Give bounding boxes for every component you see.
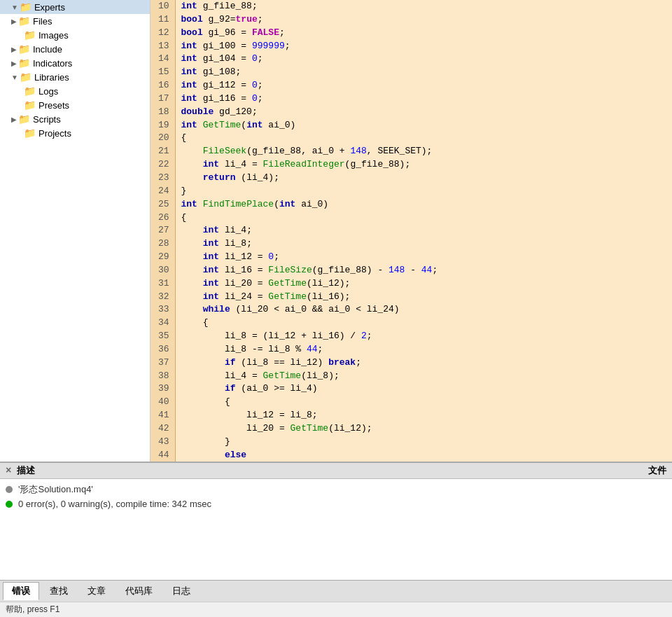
line-code[interactable]: double gd_120; [175, 106, 672, 119]
line-code[interactable]: FileSeek(g_file_88, ai_0 + 148, SEEK_SET… [175, 145, 672, 158]
code-editor[interactable]: 10int g_file_88;11bool g_92=true;12bool … [150, 0, 672, 462]
folder-icon: 📁 [18, 113, 30, 125]
line-code[interactable]: { [175, 212, 672, 225]
table-row: 21 FileSeek(g_file_88, ai_0 + 148, SEEK_… [150, 145, 672, 158]
line-number: 33 [150, 303, 175, 317]
line-code[interactable]: return (li_4); [175, 172, 672, 185]
table-row: 39 if (ai_0 >= li_4) [150, 382, 672, 396]
sidebar-item-libraries[interactable]: ▼📁Libraries [0, 70, 150, 84]
line-number: 16 [150, 79, 175, 92]
line-code[interactable]: int li_20 = GetTime(li_12); [175, 277, 672, 291]
line-code[interactable]: int gi_116 = 0; [175, 92, 672, 106]
sidebar-item-presets[interactable]: 📁Presets [0, 98, 150, 112]
table-row: 27 int li_4; [150, 224, 672, 237]
line-code[interactable]: int gi_112 = 0; [175, 79, 672, 92]
line-number: 26 [150, 212, 175, 225]
folder-icon: 📁 [20, 1, 31, 13]
tab-文章[interactable]: 文章 [78, 582, 115, 600]
line-number: 22 [150, 158, 175, 172]
sidebar-item-label: Scripts [33, 114, 61, 125]
line-number: 13 [150, 40, 175, 53]
line-number: 15 [150, 66, 175, 79]
line-number: 14 [150, 53, 175, 66]
line-number: 17 [150, 92, 175, 106]
sidebar-item-label: Logs [38, 86, 58, 97]
sidebar-item-label: Experts [34, 2, 65, 13]
sidebar-item-experts[interactable]: ▼📁Experts [0, 0, 150, 14]
line-number: 23 [150, 172, 175, 185]
bottom-header: × 描述 文件 [0, 463, 672, 479]
tab-代码库[interactable]: 代码库 [116, 582, 162, 600]
line-code[interactable]: int li_8; [175, 237, 672, 251]
line-code[interactable]: int GetTime(int ai_0) [175, 119, 672, 132]
sidebar-item-label: Include [33, 44, 62, 55]
line-code[interactable]: else [175, 449, 672, 462]
line-code[interactable]: if (li_8 == li_12) break; [175, 356, 672, 370]
line-number: 32 [150, 291, 175, 304]
line-number: 11 [150, 13, 175, 27]
line-code[interactable]: { [175, 317, 672, 330]
log-row: '形态Solution.mq4' [6, 482, 666, 497]
line-code[interactable]: int li_24 = GetTime(li_16); [175, 291, 672, 304]
line-code[interactable]: li_12 = li_8; [175, 409, 672, 422]
sidebar: ▼📁Experts▶📁Files📁Images▶📁Include▶📁Indica… [0, 0, 150, 462]
line-code[interactable]: if (ai_0 >= li_4) [175, 382, 672, 396]
line-code[interactable]: int gi_104 = 0; [175, 53, 672, 66]
line-code[interactable]: int li_4 = FileReadInteger(g_file_88); [175, 158, 672, 172]
line-code[interactable]: li_8 -= li_8 % 44; [175, 343, 672, 356]
line-number: 28 [150, 237, 175, 251]
table-row: 14int gi_104 = 0; [150, 53, 672, 66]
line-number: 19 [150, 119, 175, 132]
line-number: 34 [150, 317, 175, 330]
line-code[interactable]: int li_16 = FileSize(g_file_88) - 148 - … [175, 264, 672, 277]
tab-错误[interactable]: 错误 [3, 582, 39, 600]
folder-icon: 📁 [24, 29, 36, 41]
status-text: 帮助, press F1 [6, 604, 59, 614]
sidebar-item-projects[interactable]: 📁Projects [0, 126, 150, 140]
sidebar-item-scripts[interactable]: ▶📁Scripts [0, 112, 150, 126]
line-code[interactable]: li_4 = GetTime(li_8); [175, 370, 672, 383]
expand-arrow-icon: ▼ [11, 4, 18, 11]
sidebar-item-include[interactable]: ▶📁Include [0, 42, 150, 56]
line-code[interactable]: li_20 = GetTime(li_12); [175, 422, 672, 436]
line-code[interactable]: } [175, 185, 672, 198]
expand-arrow-icon: ▶ [11, 18, 17, 25]
table-row: 18double gd_120; [150, 106, 672, 119]
line-number: 29 [150, 251, 175, 264]
line-code[interactable]: int li_12 = 0; [175, 251, 672, 264]
sidebar-item-files[interactable]: ▶📁Files [0, 14, 150, 28]
line-code[interactable]: int gi_100 = 999999; [175, 40, 672, 53]
close-button[interactable]: × [6, 465, 11, 476]
line-number: 12 [150, 27, 175, 40]
line-number: 24 [150, 185, 175, 198]
sidebar-item-label: Projects [38, 128, 71, 139]
table-row: 32 int li_24 = GetTime(li_16); [150, 291, 672, 304]
tab-查找[interactable]: 查找 [41, 582, 77, 600]
sidebar-item-logs[interactable]: 📁Logs [0, 84, 150, 98]
line-code[interactable]: int FindTimePlace(int ai_0) [175, 198, 672, 212]
line-code[interactable]: li_8 = (li_12 + li_16) / 2; [175, 330, 672, 343]
line-code[interactable]: while (li_20 < ai_0 && ai_0 < li_24) [175, 303, 672, 317]
table-row: 22 int li_4 = FileReadInteger(g_file_88)… [150, 158, 672, 172]
sidebar-item-indicators[interactable]: ▶📁Indicators [0, 56, 150, 70]
bottom-log: '形态Solution.mq4'0 error(s), 0 warning(s)… [0, 479, 672, 580]
sidebar-item-images[interactable]: 📁Images [0, 28, 150, 42]
line-code[interactable]: { [175, 396, 672, 409]
line-number: 38 [150, 370, 175, 383]
line-code[interactable]: { [175, 132, 672, 145]
table-row: 28 int li_8; [150, 237, 672, 251]
folder-icon: 📁 [24, 127, 36, 139]
line-code[interactable]: int li_4; [175, 224, 672, 237]
tab-bar: 错误查找文章代码库日志 [0, 580, 672, 602]
expand-arrow-icon: ▶ [11, 46, 17, 53]
tab-日志[interactable]: 日志 [163, 582, 200, 600]
line-code[interactable]: int gi_108; [175, 66, 672, 79]
line-code[interactable]: bool gi_96 = FALSE; [175, 27, 672, 40]
table-row: 42 li_20 = GetTime(li_12); [150, 422, 672, 436]
table-row: 29 int li_12 = 0; [150, 251, 672, 264]
table-row: 23 return (li_4); [150, 172, 672, 185]
line-code[interactable]: int g_file_88; [175, 0, 672, 13]
log-status-dot [6, 486, 13, 493]
line-code[interactable]: bool g_92=true; [175, 13, 672, 27]
line-code[interactable]: } [175, 436, 672, 449]
